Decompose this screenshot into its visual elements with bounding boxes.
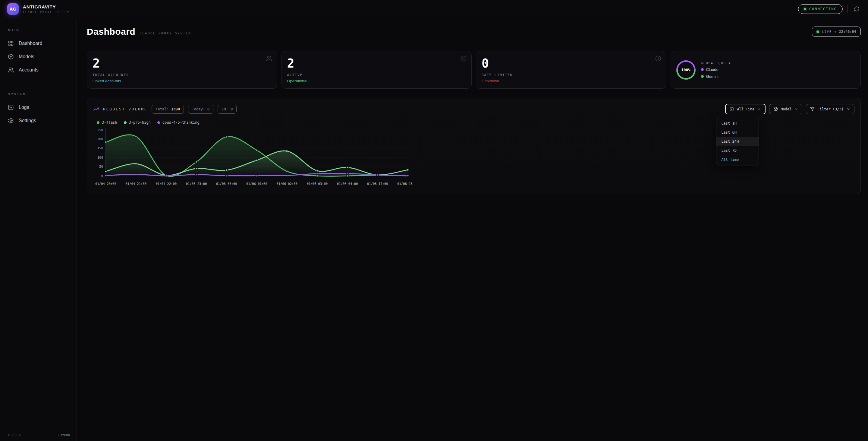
cube-icon: [8, 54, 14, 60]
svg-text:01/08 18:00: 01/08 18:00: [397, 182, 413, 185]
svg-text:100: 100: [97, 156, 103, 159]
stat-card-total-accounts: 2 TOTAL ACCOUNTS Linked Accounts: [87, 51, 277, 89]
legend-item-opus: opus-4-5-thinking: [157, 120, 199, 124]
series-dot-icon: [157, 121, 160, 124]
sidebar-item-settings[interactable]: Settings: [8, 114, 69, 127]
main-content: Dashboard CLAUDE PROXY SYSTEM LIVE 22:46…: [77, 18, 434, 220]
request-volume-panel: REQUEST VOLUME Total: 1390 Today: 0 1H: …: [87, 98, 434, 194]
stat-subtext: Linked Accounts: [93, 79, 272, 83]
y-axis-ticks: 050100150200250: [97, 128, 103, 178]
users-icon: [8, 67, 14, 73]
sidebar: MAIN Dashboard Models Accounts SYSTEM Lo…: [0, 18, 77, 220]
sidebar-item-label: Settings: [19, 118, 36, 123]
svg-text:01/06 02:00: 01/06 02:00: [276, 182, 298, 185]
legend-label: opus-4-5-thinking: [162, 120, 199, 124]
legend-label: 3-pro-high: [129, 120, 151, 124]
sidebar-item-label: Logs: [19, 105, 29, 110]
stat-subtext: Operational: [287, 79, 434, 83]
chart-legend: 3-flash 3-pro-high opus-4-5-thinking: [97, 120, 434, 124]
legend-label: 3-flash: [102, 120, 117, 124]
sidebar-item-logs[interactable]: Logs: [8, 101, 69, 114]
app-name: ANTIGRAVITY: [23, 4, 69, 9]
sidebar-item-dashboard[interactable]: Dashboard: [8, 37, 69, 50]
total-requests-badge: Total: 1390: [152, 105, 184, 114]
stat-value: 2: [93, 57, 272, 70]
hour-requests-badge: 1H: 0: [218, 105, 237, 114]
stat-label: TOTAL ACCOUNTS: [93, 73, 272, 77]
stat-card-active: 2 ACTIVE Operational: [281, 51, 434, 89]
page-title: Dashboard: [87, 27, 135, 37]
svg-text:01/04 22:00: 01/04 22:00: [156, 182, 177, 185]
sidebar-item-models[interactable]: Models: [8, 50, 69, 63]
legend-item-3-flash: 3-flash: [97, 120, 117, 124]
badge-value: 0: [207, 107, 210, 111]
svg-text:01/08 17:00: 01/08 17:00: [367, 182, 388, 185]
sidebar-item-label: Dashboard: [19, 41, 42, 46]
sidebar-item-label: Models: [19, 54, 34, 59]
top-bar: AG ANTIGRAVITY CLAUDE PROXY SYSTEM CONNE…: [0, 0, 434, 18]
panel-title: REQUEST VOLUME: [103, 107, 147, 111]
grid-icon: [8, 40, 14, 47]
sidebar-item-label: Accounts: [19, 67, 38, 73]
badge-label: Total:: [156, 107, 168, 111]
request-volume-chart: 05010015020025001/04 20:0001/04 21:0001/…: [93, 126, 434, 191]
sidebar-section-main: MAIN: [8, 28, 69, 32]
svg-text:0: 0: [101, 174, 103, 178]
legend-item-3-pro-high: 3-pro-high: [124, 120, 151, 124]
svg-text:250: 250: [97, 128, 103, 132]
badge-value: 1390: [171, 107, 180, 111]
app-logo-text: AG: [10, 6, 17, 11]
svg-text:01/06 00:00: 01/06 00:00: [216, 182, 237, 185]
users-icon: [266, 56, 272, 62]
svg-text:01/06 01:00: 01/06 01:00: [246, 182, 267, 185]
svg-text:01/05 23:00: 01/05 23:00: [186, 182, 207, 185]
trending-up-icon: [93, 106, 99, 112]
sidebar-section-system: SYSTEM: [8, 92, 69, 96]
sidebar-item-accounts[interactable]: Accounts: [8, 63, 69, 77]
svg-text:01/06 04:00: 01/06 04:00: [337, 182, 358, 185]
stat-label: ACTIVE: [287, 73, 434, 77]
badge-label: Today:: [192, 107, 205, 111]
svg-text:01/04 21:00: 01/04 21:00: [125, 182, 147, 185]
stat-value: 2: [287, 57, 434, 70]
badge-label: 1H:: [221, 107, 228, 111]
app-subtitle: CLAUDE PROXY SYSTEM: [23, 10, 69, 13]
today-requests-badge: Today: 0: [188, 105, 214, 114]
svg-text:200: 200: [97, 137, 103, 141]
gear-icon: [8, 118, 14, 124]
app-logo: AG: [7, 3, 19, 15]
svg-text:01/04 20:00: 01/04 20:00: [95, 182, 116, 185]
line-chart-svg: 05010015020025001/04 20:0001/04 21:0001/…: [93, 126, 413, 190]
series-dot-icon: [124, 121, 127, 124]
page-subtitle: CLAUDE PROXY SYSTEM: [140, 32, 191, 35]
terminal-icon: [8, 105, 14, 110]
svg-text:50: 50: [99, 165, 103, 168]
x-axis-labels: 01/04 20:0001/04 21:0001/04 22:0001/05 2…: [95, 182, 413, 185]
series-dot-icon: [97, 121, 99, 124]
svg-text:01/06 03:00: 01/06 03:00: [307, 182, 328, 185]
svg-text:150: 150: [97, 146, 103, 150]
badge-value: 0: [230, 107, 233, 111]
